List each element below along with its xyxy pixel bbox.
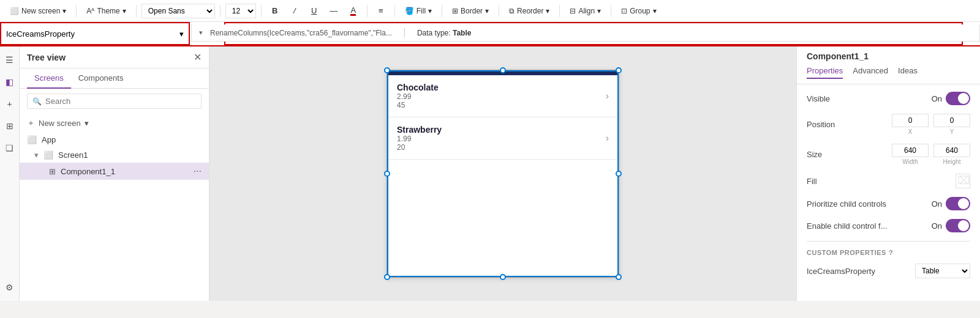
new-screen-button[interactable]: ⬜ New screen ▾ [5,4,71,18]
custom-prop-value-select[interactable]: Table [915,264,970,278]
position-x-input[interactable] [892,114,929,127]
separator-7 [442,5,442,17]
settings-icon[interactable]: ⚙ [1,279,18,296]
underline-button[interactable]: U [306,2,323,20]
separator-8 [499,5,499,17]
handle-top-right[interactable] [616,67,622,73]
search-input[interactable] [45,97,196,106]
canvas-screen[interactable]: Chocolate 2.99 45 › Strawberry 1.99 20 › [386,70,619,278]
size-height-label: Height [943,158,961,165]
separator-2 [136,5,137,17]
visible-label: Visible [807,94,830,103]
handle-middle-right[interactable] [616,171,622,177]
fill-label: Fill [807,177,817,186]
border-button[interactable]: ⊞ Border ▾ [447,4,494,18]
tab-components[interactable]: Components [71,68,131,89]
layers-icon[interactable]: ◧ [1,73,18,91]
separator-9 [559,5,560,17]
fill-chevron: ▾ [428,7,432,15]
tree-items-list: ⬜ App ▾ ⬜ Screen1 ⊞ Component1_1 ··· [20,132,209,301]
separator-5 [367,5,368,17]
bold-button[interactable]: B [266,2,284,20]
handle-bottom-right[interactable] [616,274,622,280]
plus-icon: ＋ [27,117,35,128]
group-button[interactable]: ⊡ Group ▾ [616,4,661,18]
new-screen-label: New screen [39,119,81,128]
fill-color-swatch[interactable] [956,174,970,188]
hamburger-menu-icon[interactable]: ☰ [1,51,18,68]
handle-top-left[interactable] [384,67,390,73]
theme-button[interactable]: Aᴬ Theme ▾ [81,4,130,18]
tab-properties[interactable]: Properties [807,66,843,79]
prop-row-size: Size Width Height [807,144,970,165]
tree-view-header: Tree view ✕ [20,46,209,68]
screen1-item-icon: ⬜ [43,150,53,160]
reorder-button[interactable]: ⧉ Reorder ▾ [504,4,554,18]
tab-advanced[interactable]: Advanced [853,66,888,79]
item-name-chocolate: Chocolate [397,83,606,92]
tree-view-close-button[interactable]: ✕ [194,51,202,63]
align-button[interactable]: ≡ [372,2,390,20]
prop-row-enable: Enable child control f... On [807,219,970,232]
data-icon[interactable]: ⊞ [1,117,18,135]
enable-control: On [932,219,970,232]
item-qty-strawberry: 20 [397,143,606,152]
item-price-chocolate: 2.99 [397,92,606,101]
tree-item-app[interactable]: ⬜ App [20,132,209,147]
left-sidebar: ☰ ◧ + ⊞ ❏ ⚙ [0,46,20,301]
tree-view-panel: Tree view ✕ Screens Components 🔍 ＋ New s… [20,46,209,301]
italic-button[interactable]: / [286,2,303,20]
add-icon[interactable]: + [1,95,18,113]
strikethrough-button[interactable]: — [325,2,342,20]
position-inputs: X Y [892,114,970,135]
component1-1-label: Component1_1 [61,167,189,176]
prioritize-value: On [932,199,942,209]
tree-item-screen1[interactable]: ▾ ⬜ Screen1 [20,147,209,163]
theme-label: Theme [97,7,119,15]
right-panel-component-name: Component1_1 [807,51,970,61]
enable-label: Enable child control f... [807,221,888,231]
handle-top-center[interactable] [500,67,506,73]
position-y-group: Y [933,114,970,135]
property-selector[interactable]: IceCreamsProperty ▾ [0,22,190,45]
handle-bottom-left[interactable] [384,274,390,280]
font-size-selector[interactable]: 12 [225,4,256,18]
align-group-button[interactable]: ⊟ Align ▾ [565,4,606,18]
size-height-input[interactable] [933,144,970,157]
prioritize-toggle[interactable] [946,197,970,210]
new-screen-dropdown-icon: ▾ [85,119,89,128]
theme-icon: Aᴬ [86,7,94,15]
font-color-button[interactable]: A [345,2,362,20]
handle-bottom-center[interactable] [500,274,506,280]
separator-1 [76,5,77,17]
size-width-input[interactable] [892,144,929,157]
fill-button[interactable]: 🪣 Fill ▾ [400,4,437,18]
handle-middle-left[interactable] [384,171,390,177]
tab-ideas[interactable]: Ideas [898,66,918,79]
screen1-expand-icon: ▾ [34,150,39,160]
enable-toggle[interactable] [946,219,970,232]
tab-screens[interactable]: Screens [27,68,71,89]
component-actions-button[interactable]: ··· [194,166,202,177]
custom-props-help-icon[interactable]: ? [889,249,893,256]
separator-3 [220,5,221,17]
tree-item-component1-1[interactable]: ⊞ Component1_1 ··· [20,163,209,180]
right-panel-header: Component1_1 Properties Advanced Ideas [797,46,980,84]
position-y-input[interactable] [933,114,970,127]
group-chevron: ▾ [653,7,657,15]
separator-6 [394,5,395,17]
new-screen-button[interactable]: ＋ New screen ▾ [20,114,209,132]
list-item[interactable]: Strawberry 1.99 20 › [387,117,619,160]
right-panel-tabs: Properties Advanced Ideas [807,66,970,79]
item-chevron-strawberry: › [606,133,609,144]
visible-toggle[interactable] [946,92,970,105]
size-width-group: Width [892,144,929,165]
canvas-area: Chocolate 2.99 45 › Strawberry 1.99 20 › [209,46,796,301]
list-item[interactable]: Chocolate 2.99 45 › [387,75,619,117]
size-height-group: Height [933,144,970,165]
font-family-selector[interactable]: Open Sans [141,4,215,18]
custom-prop-row: IceCreamsProperty Table [807,264,970,278]
border-label: Border [461,7,483,15]
components-icon[interactable]: ❏ [1,139,18,157]
item-name-strawberry: Strawberry [397,125,606,135]
